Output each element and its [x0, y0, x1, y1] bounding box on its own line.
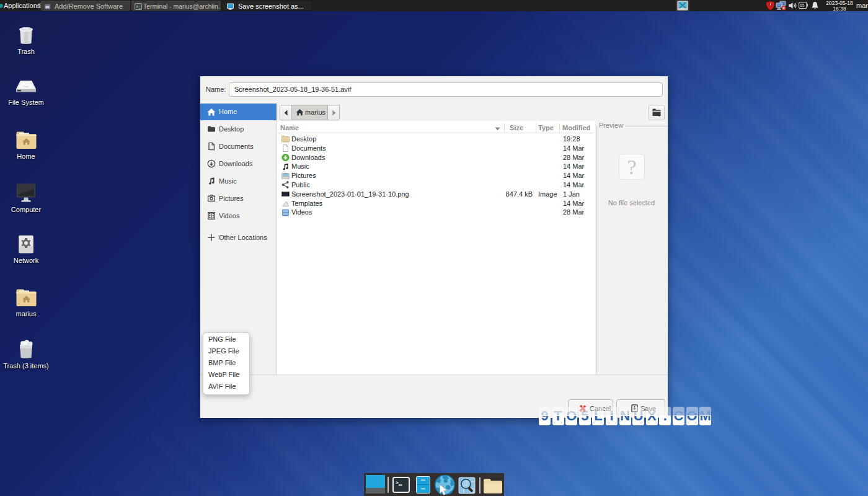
svg-text:65: 65 [800, 3, 805, 7]
svg-text:>_: >_ [136, 4, 141, 9]
svg-text:>: > [396, 480, 399, 485]
